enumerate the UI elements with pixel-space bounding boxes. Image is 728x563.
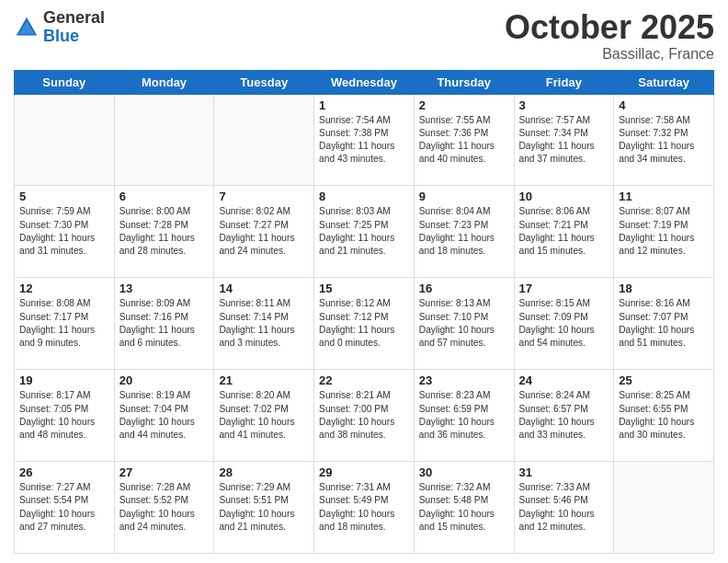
day-info: Sunrise: 8:13 AM Sunset: 7:10 PM Dayligh… [419,297,509,350]
col-tuesday: Tuesday [214,70,314,94]
logo-icon [14,15,40,40]
day-info: Sunrise: 7:27 AM Sunset: 5:54 PM Dayligh… [19,481,109,534]
calendar-week-3: 19Sunrise: 8:17 AM Sunset: 7:05 PM Dayli… [15,370,714,462]
calendar-cell: 14Sunrise: 8:11 AM Sunset: 7:14 PM Dayli… [214,278,314,370]
day-number: 15 [319,282,409,295]
day-info: Sunrise: 7:54 AM Sunset: 7:38 PM Dayligh… [319,114,409,167]
calendar-cell: 25Sunrise: 8:25 AM Sunset: 6:55 PM Dayli… [614,370,714,462]
col-saturday: Saturday [614,70,714,94]
day-number: 1 [319,98,409,112]
calendar-header-row: Sunday Monday Tuesday Wednesday Thursday… [15,70,714,94]
title-block: October 2025 Bassillac, France [505,9,714,63]
calendar-cell: 29Sunrise: 7:31 AM Sunset: 5:49 PM Dayli… [314,462,415,554]
calendar-cell: 1Sunrise: 7:54 AM Sunset: 7:38 PM Daylig… [314,94,415,186]
day-number: 23 [419,373,509,387]
day-info: Sunrise: 8:07 AM Sunset: 7:19 PM Dayligh… [619,205,709,258]
day-info: Sunrise: 8:09 AM Sunset: 7:16 PM Dayligh… [119,297,210,350]
day-number: 12 [19,282,109,295]
calendar-cell: 17Sunrise: 8:15 AM Sunset: 7:09 PM Dayli… [514,278,614,370]
calendar-cell: 27Sunrise: 7:28 AM Sunset: 5:52 PM Dayli… [114,462,214,554]
logo-general-text: General [43,9,105,28]
day-info: Sunrise: 7:59 AM Sunset: 7:30 PM Dayligh… [19,205,109,258]
day-number: 24 [519,373,609,387]
day-info: Sunrise: 8:19 AM Sunset: 7:04 PM Dayligh… [119,389,210,442]
header: General Blue October 2025 Bassillac, Fra… [14,9,714,63]
day-info: Sunrise: 8:25 AM Sunset: 6:55 PM Dayligh… [619,389,709,442]
calendar-cell [214,94,314,186]
col-sunday: Sunday [15,70,115,94]
col-monday: Monday [114,70,214,94]
col-friday: Friday [514,70,614,94]
day-info: Sunrise: 7:31 AM Sunset: 5:49 PM Dayligh… [319,481,409,534]
day-number: 27 [119,465,210,479]
day-number: 6 [119,190,210,203]
day-info: Sunrise: 8:12 AM Sunset: 7:12 PM Dayligh… [319,297,409,350]
day-info: Sunrise: 7:28 AM Sunset: 5:52 PM Dayligh… [119,481,210,534]
day-number: 13 [119,282,210,295]
day-info: Sunrise: 7:32 AM Sunset: 5:48 PM Dayligh… [419,481,509,534]
day-number: 26 [19,465,109,479]
calendar-week-4: 26Sunrise: 7:27 AM Sunset: 5:54 PM Dayli… [15,462,714,554]
calendar-cell: 3Sunrise: 7:57 AM Sunset: 7:34 PM Daylig… [514,94,614,186]
calendar-week-1: 5Sunrise: 7:59 AM Sunset: 7:30 PM Daylig… [15,186,714,278]
calendar-cell: 26Sunrise: 7:27 AM Sunset: 5:54 PM Dayli… [15,462,115,554]
calendar-cell: 6Sunrise: 8:00 AM Sunset: 7:28 PM Daylig… [114,186,214,278]
day-info: Sunrise: 7:55 AM Sunset: 7:36 PM Dayligh… [419,114,509,167]
calendar-cell: 5Sunrise: 7:59 AM Sunset: 7:30 PM Daylig… [15,186,115,278]
day-info: Sunrise: 8:02 AM Sunset: 7:27 PM Dayligh… [219,205,309,258]
calendar-cell: 15Sunrise: 8:12 AM Sunset: 7:12 PM Dayli… [314,278,415,370]
col-thursday: Thursday [414,70,514,94]
title-location: Bassillac, France [505,46,714,63]
calendar-cell: 16Sunrise: 8:13 AM Sunset: 7:10 PM Dayli… [414,278,514,370]
day-info: Sunrise: 8:24 AM Sunset: 6:57 PM Dayligh… [519,389,609,442]
day-number: 30 [419,465,509,479]
day-info: Sunrise: 7:57 AM Sunset: 7:34 PM Dayligh… [519,114,609,167]
logo-blue-text: Blue [43,28,105,46]
day-info: Sunrise: 8:20 AM Sunset: 7:02 PM Dayligh… [219,389,309,442]
calendar-cell [15,94,115,186]
calendar-week-2: 12Sunrise: 8:08 AM Sunset: 7:17 PM Dayli… [15,278,714,370]
calendar-cell: 7Sunrise: 8:02 AM Sunset: 7:27 PM Daylig… [214,186,314,278]
title-month: October 2025 [505,9,714,46]
day-info: Sunrise: 7:29 AM Sunset: 5:51 PM Dayligh… [219,481,309,534]
day-info: Sunrise: 8:00 AM Sunset: 7:28 PM Dayligh… [119,205,210,258]
day-info: Sunrise: 8:06 AM Sunset: 7:21 PM Dayligh… [519,205,609,258]
day-info: Sunrise: 8:15 AM Sunset: 7:09 PM Dayligh… [519,297,609,350]
day-number: 18 [619,282,709,295]
day-number: 2 [419,98,509,112]
calendar-cell: 12Sunrise: 8:08 AM Sunset: 7:17 PM Dayli… [15,278,115,370]
day-number: 7 [219,190,309,203]
calendar-cell: 22Sunrise: 8:21 AM Sunset: 7:00 PM Dayli… [314,370,415,462]
day-info: Sunrise: 8:04 AM Sunset: 7:23 PM Dayligh… [419,205,509,258]
calendar-cell: 10Sunrise: 8:06 AM Sunset: 7:21 PM Dayli… [514,186,614,278]
logo: General Blue [14,9,105,46]
day-number: 28 [219,465,309,479]
day-info: Sunrise: 8:08 AM Sunset: 7:17 PM Dayligh… [19,297,109,350]
calendar-cell: 19Sunrise: 8:17 AM Sunset: 7:05 PM Dayli… [15,370,115,462]
logo-text: General Blue [43,9,105,46]
calendar-week-0: 1Sunrise: 7:54 AM Sunset: 7:38 PM Daylig… [15,94,714,186]
day-number: 31 [519,465,609,479]
calendar-cell: 28Sunrise: 7:29 AM Sunset: 5:51 PM Dayli… [214,462,314,554]
calendar-cell: 8Sunrise: 8:03 AM Sunset: 7:25 PM Daylig… [314,186,415,278]
day-info: Sunrise: 8:16 AM Sunset: 7:07 PM Dayligh… [619,297,709,350]
calendar-cell: 30Sunrise: 7:32 AM Sunset: 5:48 PM Dayli… [414,462,514,554]
col-wednesday: Wednesday [314,70,415,94]
day-info: Sunrise: 8:11 AM Sunset: 7:14 PM Dayligh… [219,297,309,350]
day-number: 11 [619,190,709,203]
calendar-cell: 18Sunrise: 8:16 AM Sunset: 7:07 PM Dayli… [614,278,714,370]
calendar-cell: 11Sunrise: 8:07 AM Sunset: 7:19 PM Dayli… [614,186,714,278]
day-number: 19 [19,373,109,387]
day-info: Sunrise: 7:33 AM Sunset: 5:46 PM Dayligh… [519,481,609,534]
calendar-cell: 2Sunrise: 7:55 AM Sunset: 7:36 PM Daylig… [414,94,514,186]
day-number: 9 [419,190,509,203]
calendar-cell: 31Sunrise: 7:33 AM Sunset: 5:46 PM Dayli… [514,462,614,554]
day-info: Sunrise: 8:17 AM Sunset: 7:05 PM Dayligh… [19,389,109,442]
day-number: 17 [519,282,609,295]
calendar-cell: 23Sunrise: 8:23 AM Sunset: 6:59 PM Dayli… [414,370,514,462]
calendar-cell: 21Sunrise: 8:20 AM Sunset: 7:02 PM Dayli… [214,370,314,462]
calendar-cell: 13Sunrise: 8:09 AM Sunset: 7:16 PM Dayli… [114,278,214,370]
day-number: 21 [219,373,309,387]
day-info: Sunrise: 8:23 AM Sunset: 6:59 PM Dayligh… [419,389,509,442]
day-number: 5 [19,190,109,203]
